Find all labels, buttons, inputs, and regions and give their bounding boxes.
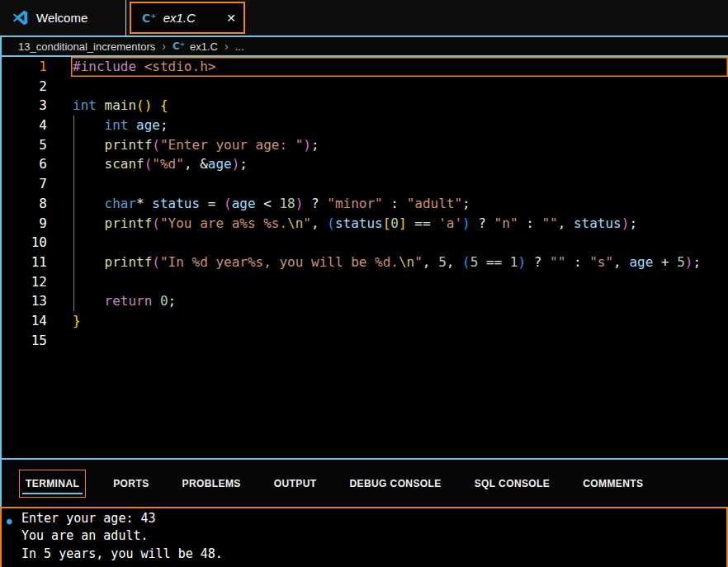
line-number: 14 xyxy=(2,311,47,331)
tab-welcome[interactable]: Welcome xyxy=(0,0,126,35)
chevron-right-icon: › xyxy=(225,40,229,53)
breadcrumb-folder[interactable]: 13_conditional_incrementors xyxy=(18,40,155,53)
code-line: 12 xyxy=(2,272,728,292)
code-line: 4 int age; xyxy=(2,116,728,135)
cpp-file-icon: C⁺ xyxy=(173,40,185,52)
line-number: 4 xyxy=(2,116,47,135)
code-line: 10 xyxy=(2,233,728,253)
panel-tab-problems[interactable]: PROBLEMS xyxy=(177,470,247,497)
close-tab-icon[interactable]: ✕ xyxy=(226,12,236,25)
line-number: 3 xyxy=(2,96,47,116)
indent-guide xyxy=(73,116,74,311)
code-text[interactable]: printf("In %d year%s, you will be %d.\n"… xyxy=(71,253,728,272)
line-number: 2 xyxy=(2,77,47,97)
line-number: 10 xyxy=(2,233,47,253)
tab-ex1c[interactable]: C⁺ ex1.C ✕ xyxy=(130,2,245,34)
panel-tab-ports[interactable]: PORTS xyxy=(107,470,154,497)
code-line: 8 char* status = (age < 18) ? "minor" : … xyxy=(2,194,728,214)
command-decoration-icon: ● xyxy=(7,513,12,530)
tab-ex1c-label: ex1.C xyxy=(163,11,196,25)
code-text[interactable] xyxy=(71,77,728,97)
line-number: 9 xyxy=(2,214,47,234)
line-number: 7 xyxy=(2,174,47,194)
code-text[interactable]: printf("You are a%s %s.\n", (status[0] =… xyxy=(71,214,728,234)
code-line: 6 scanf("%d", &age); xyxy=(2,154,728,174)
code-line: 2 xyxy=(2,77,728,97)
panel-tab-debug-console[interactable]: DEBUG CONSOLE xyxy=(344,470,447,497)
code-text[interactable] xyxy=(71,174,728,194)
code-line: 14} xyxy=(2,311,728,331)
code-text[interactable] xyxy=(71,331,728,351)
code-line: 1#include <stdio.h> xyxy=(2,57,728,77)
line-number: 13 xyxy=(2,291,47,311)
code-line: 15 xyxy=(2,331,728,351)
code-text[interactable]: int main() { xyxy=(71,96,728,116)
line-number: 5 xyxy=(2,135,47,155)
code-line: 11 printf("In %d year%s, you will be %d.… xyxy=(2,253,728,272)
vscode-logo-icon xyxy=(12,9,29,26)
terminal-line: In 5 years, you will be 48. xyxy=(21,546,726,563)
code-line: 7 xyxy=(2,174,728,194)
code-line: 13 return 0; xyxy=(2,291,728,311)
code-editor[interactable]: 1#include <stdio.h>23int main() {4 int a… xyxy=(0,57,728,458)
code-text[interactable]: char* status = (age < 18) ? "minor" : "a… xyxy=(71,194,728,214)
code-text[interactable]: } xyxy=(71,311,728,331)
panel-tab-terminal[interactable]: TERMINAL xyxy=(19,470,86,498)
tab-welcome-label: Welcome xyxy=(36,11,87,25)
line-number: 8 xyxy=(2,194,47,214)
line-number: 6 xyxy=(2,154,47,174)
terminal-line: Enter your age: 43 xyxy=(21,510,726,527)
panel-tab-sql-console[interactable]: SQL CONSOLE xyxy=(469,470,556,497)
editor-tab-bar: Welcome C⁺ ex1.C ✕ xyxy=(0,0,728,37)
panel-tab-output[interactable]: OUTPUT xyxy=(268,470,323,497)
line-number: 15 xyxy=(2,331,47,351)
code-text[interactable]: #include <stdio.h> xyxy=(71,57,728,77)
vscode-window: Welcome C⁺ ex1.C ✕ 13_conditional_increm… xyxy=(0,0,728,567)
code-text[interactable]: return 0; xyxy=(71,291,728,311)
panel-tab-bar: TERMINALPORTSPROBLEMSOUTPUTDEBUG CONSOLE… xyxy=(0,458,728,507)
breadcrumb-file[interactable]: ex1.C xyxy=(190,40,218,53)
cpp-file-icon: C⁺ xyxy=(142,12,157,25)
line-number: 1 xyxy=(2,57,47,77)
panel-tab-comments[interactable]: COMMENTS xyxy=(577,470,649,497)
code-text[interactable] xyxy=(71,272,728,292)
code-text[interactable]: int age; xyxy=(71,116,728,135)
line-number: 12 xyxy=(2,272,47,292)
line-number: 11 xyxy=(2,253,47,272)
code-line: 5 printf("Enter your age: "); xyxy=(2,135,728,155)
terminal-line: You are an adult. xyxy=(21,527,726,545)
code-text[interactable]: printf("Enter your age: "); xyxy=(71,135,728,155)
code-line: 3int main() { xyxy=(2,96,728,116)
code-text[interactable]: scanf("%d", &age); xyxy=(71,154,728,174)
breadcrumb: 13_conditional_incrementors › C⁺ ex1.C ›… xyxy=(0,37,728,57)
code-text[interactable] xyxy=(71,233,728,253)
breadcrumb-symbol-ellipsis[interactable]: ... xyxy=(235,40,244,53)
chevron-right-icon: › xyxy=(162,40,166,53)
code-line: 9 printf("You are a%s %s.\n", (status[0]… xyxy=(2,214,728,234)
terminal-output[interactable]: ● Enter your age: 43You are an adult.In … xyxy=(0,507,728,567)
